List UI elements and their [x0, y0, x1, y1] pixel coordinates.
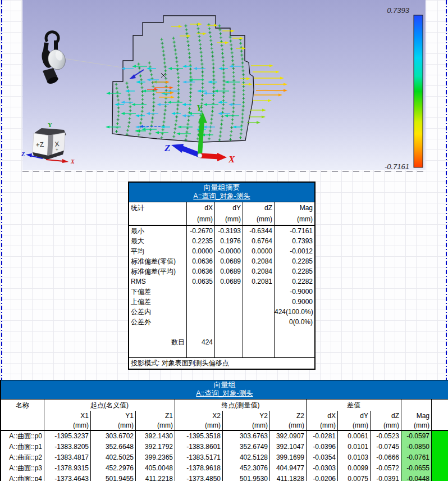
vector-unit-cell: (mm) — [222, 421, 269, 430]
summary-value-cell: 0(0.0%) — [274, 317, 314, 327]
summary-value-cell: 0.0000 — [243, 246, 274, 256]
summary-row: 数目424 — [129, 337, 314, 347]
summary-row: 公差内424(100.0%) — [129, 307, 314, 317]
vector-value-cell: 0.0099 — [337, 463, 370, 474]
vector-value-cell: -1383.8205 — [44, 442, 90, 452]
summary-row-label: 上偏差 — [129, 297, 186, 307]
vector-value-cell: -0.0572 — [370, 463, 401, 474]
vector-value-cell: 392.1792 — [135, 442, 175, 452]
vector-value-cell: -1378.9618 — [175, 463, 222, 474]
view-cube[interactable]: +Z X + Y Z X — [21, 121, 75, 165]
summary-row-label: 标准偏差(平均) — [129, 266, 186, 276]
vector-group-header: 终点(测量值) — [175, 400, 306, 411]
part-outline — [112, 16, 254, 142]
vector-value-cell: -0.0597 — [401, 431, 431, 442]
summary-value-cell: 0.0689 — [214, 276, 243, 287]
vector-sub-header: X1 — [44, 411, 90, 421]
summary-col-header: dZ — [243, 202, 274, 214]
color-scale-max: 0.7393 — [387, 6, 410, 15]
vector-sub-header: dX — [306, 411, 337, 421]
axis-y-label: Y — [196, 103, 203, 113]
vector-value-cell: -0.0448 — [401, 474, 431, 481]
summary-col-header: Mag — [274, 202, 314, 214]
summary-value-cell — [243, 307, 274, 317]
summary-value-cell: -0.0000 — [214, 246, 243, 256]
vector-value-cell: -0.0523 — [370, 431, 401, 442]
vector-table-row: A::曲面::p3-1378.9315452.2976405.0048-1378… — [1, 463, 448, 474]
vector-value-cell: 0.0061 — [337, 431, 370, 442]
summary-row: 下偏差-0.9000 — [129, 287, 314, 297]
summary-value-cell — [214, 347, 243, 357]
vector-table[interactable]: 向量组 A::查询_对象-测头 名称起点(名义值)终点(测量值)差值X1Y1Z1… — [0, 380, 448, 481]
vector-sub-header — [431, 411, 448, 421]
cube-x-label: X — [70, 158, 75, 165]
vector-name-cell: A::曲面::p2 — [1, 452, 44, 463]
vector-value-cell: 402.5025 — [90, 452, 135, 463]
summary-value-cell: 0.7393 — [274, 236, 314, 246]
summary-col-header-row: 统计dXdYdZMag — [129, 202, 314, 214]
summary-row: 最大0.22350.19760.67640.7393 — [129, 236, 314, 246]
summary-row: 平均0.0000-0.00000.0000-0.0012 — [129, 246, 314, 256]
summary-row-label: 最大 — [129, 236, 186, 246]
vector-unit-cell: (mm) — [44, 421, 90, 430]
summary-value-cell — [186, 317, 214, 327]
vector-value-cell: 452.3076 — [222, 463, 269, 474]
cube-y-label: Y — [48, 121, 52, 128]
summary-value-cell — [274, 337, 314, 347]
vector-value-cell: 399.1699 — [269, 452, 306, 463]
summary-row-label: 公差外 — [129, 317, 186, 327]
summary-row-label: 数目 — [129, 337, 186, 347]
vector-value-cell: 0.0075 — [337, 474, 370, 481]
summary-value-cell: 0.0636 — [186, 256, 214, 266]
summary-table-title: 向量组摘要 — [129, 183, 314, 192]
vector-group-header-row: 名称起点(名义值)终点(测量值)差值 — [1, 400, 448, 411]
deviation-color-swatch — [431, 474, 448, 481]
cube-z-label: Z — [21, 151, 25, 157]
summary-row — [129, 327, 314, 337]
vector-value-cell: 352.6648 — [90, 442, 135, 452]
vector-value-cell: -1373.4643 — [44, 474, 90, 481]
summary-value-cell — [214, 307, 243, 317]
summary-value-cell — [243, 287, 274, 297]
summary-value-cell: 0.0635 — [186, 276, 214, 287]
deviation-color-swatch — [431, 431, 448, 442]
vector-value-cell: -0.0206 — [306, 474, 337, 481]
vector-table-header: 向量组 A::查询_对象-测头 — [1, 380, 448, 400]
summary-table[interactable]: 向量组摘要 A::查询_对象-测头 统计dXdYdZMag(mm)(mm)(mm… — [128, 181, 316, 370]
vector-table-row: A::曲面::p2-1383.4817402.5025399.2365-1383… — [1, 452, 448, 463]
summary-row: 最小-0.2670-0.3193-0.6344-0.7161 — [129, 226, 314, 236]
vector-sub-header: X2 — [175, 411, 222, 421]
deviation-color-swatch — [431, 463, 448, 474]
summary-table-footer: 投影模式: 对象表面到测头偏移点 — [129, 357, 314, 369]
vector-group-header — [431, 400, 448, 411]
axis-x-label: X — [228, 154, 235, 165]
vector-value-cell: 392.1047 — [269, 442, 306, 452]
summary-value-cell — [243, 297, 274, 307]
summary-unit-cell: (mm) — [186, 214, 214, 225]
deviation-color-swatch — [431, 452, 448, 463]
vector-value-cell: -0.0391 — [370, 474, 401, 481]
vector-value-cell: -0.0745 — [370, 442, 401, 452]
vector-value-cell: 452.2976 — [90, 463, 135, 474]
vector-value-cell: -0.0850 — [401, 442, 431, 452]
vector-name-cell: A::曲面::p3 — [1, 463, 44, 474]
vector-name-cell: A::曲面::p1 — [1, 442, 44, 452]
vector-table-row: A::曲面::p0-1395.3237303.6702392.1430-1395… — [1, 431, 448, 442]
vector-value-cell: -1383.4817 — [44, 452, 90, 463]
vector-value-cell: -1383.8601 — [175, 442, 222, 452]
summary-row-label: 下偏差 — [129, 287, 186, 297]
vector-value-cell: 392.1430 — [135, 431, 175, 442]
cube-side-plus: + — [56, 147, 58, 152]
vector-value-cell: 303.6763 — [222, 431, 269, 442]
vector-unit-cell: (mm) — [370, 421, 401, 430]
vector-group-header: 差值 — [306, 400, 401, 411]
vector-value-cell: 411.1828 — [269, 474, 306, 481]
summary-table-header: 向量组摘要 A::查询_对象-测头 — [129, 183, 314, 202]
summary-value-cell: 0.2081 — [243, 276, 274, 287]
summary-row-label: 最小 — [129, 226, 186, 236]
color-scale: 0.7393 -0.7161 — [385, 6, 423, 171]
summary-unit-cell: (mm) — [243, 214, 274, 225]
vector-value-cell: -1395.3518 — [175, 431, 222, 442]
viewport-3d-canvas[interactable]: +Z X + Y Z X Z Y X 0.7393 — [0, 0, 448, 175]
summary-value-cell — [186, 327, 214, 337]
